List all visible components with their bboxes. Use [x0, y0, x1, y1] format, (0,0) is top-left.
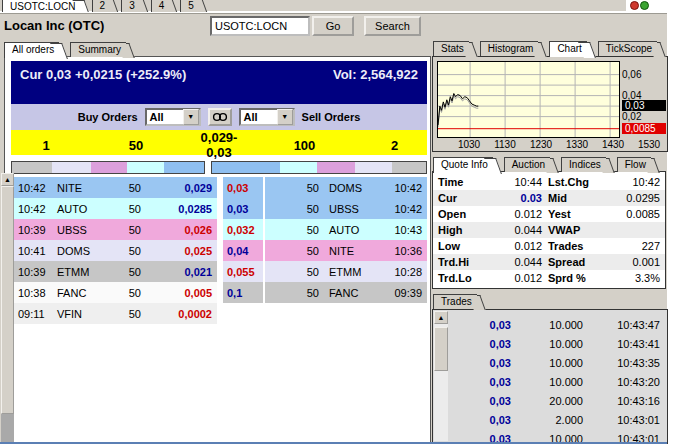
trades-panel: ▲ 0,03 10.000 10:43:47 0,03 10.000 10:43… [432, 309, 668, 444]
analysis-tab[interactable]: Stats [433, 41, 469, 56]
trade-row[interactable]: 0,03 10.000 10:43:47 [451, 315, 667, 334]
quote-label: Low [438, 240, 490, 252]
trade-row[interactable]: 0,03 10.000 10:43:20 [451, 372, 667, 391]
scroll-up-icon[interactable]: ▲ [1, 173, 14, 186]
ask-row-body: 50 FANC 09:39 [265, 282, 427, 303]
bid-row[interactable]: 10:38 FANC 50 0,005 [13, 282, 217, 303]
analysis-tab[interactable]: Histogram [480, 41, 539, 56]
prev-close-badge: 0,0085 [622, 123, 666, 134]
ask-row[interactable]: 0,04 50 NITE 10:36 [223, 240, 427, 261]
ask-row[interactable]: 0,055 50 ETMM 10:28 [223, 261, 427, 282]
scroll-up-icon[interactable]: ▲ [434, 311, 448, 324]
quote-row: Cur 0.03 Mid 0.0295 [433, 190, 665, 206]
quote-tab[interactable]: Indices [561, 157, 606, 172]
chevron-down-icon[interactable]: ▼ [277, 109, 293, 125]
bid-row[interactable]: 10:41 DOMS 50 0,025 [13, 240, 217, 261]
trade-row[interactable]: 0,03 10.000 10:43:35 [451, 353, 667, 372]
ask-size: 50 [265, 287, 329, 299]
chevron-down-icon[interactable]: ▼ [183, 109, 199, 125]
bid-size: 50 [119, 182, 155, 194]
trades-tab-bar: Trades [433, 293, 488, 309]
quote-row: Trd.Lo 0.012 Sprd % 3.3% [433, 270, 665, 286]
trades-scrollbar[interactable]: ▲ [434, 311, 448, 441]
depth-segment [212, 162, 280, 173]
scrollbar-thumb[interactable] [1, 186, 14, 414]
ask-market-maker: UBSS [329, 203, 381, 215]
ask-row[interactable]: 0,03 50 UBSS 10:42 [223, 198, 427, 219]
depth-segment [317, 162, 356, 173]
trade-row[interactable]: 0,03 2.000 10:43:01 [451, 410, 667, 429]
book-scrollbar[interactable]: ▲ [1, 173, 14, 442]
bid-row[interactable]: 10:39 UBSS 50 0,026 [13, 219, 217, 240]
x-axis-tick: 1130 [487, 139, 523, 150]
go-button[interactable]: Go [312, 16, 354, 36]
ask-row[interactable]: 0,1 50 FANC 09:39 [223, 282, 427, 303]
sell-filter-dropdown[interactable]: All ▼ [239, 108, 295, 126]
analysis-tab[interactable]: Chart [549, 41, 586, 57]
bid-size: 50 [81, 138, 191, 153]
ask-time: 10:42 [381, 203, 427, 215]
bid-size: 50 [119, 203, 155, 215]
x-axis-tick: 1430 [595, 139, 631, 150]
quote-row: Low 0.012 Trades 227 [433, 238, 665, 254]
quote-tab[interactable]: Quote Info [433, 157, 493, 173]
analysis-tab[interactable]: TickScope [598, 41, 657, 56]
bid-time: 09:11 [13, 308, 57, 320]
quote-label: Yest [548, 208, 608, 220]
orders-tab[interactable]: Summary [70, 42, 126, 57]
buy-filter-dropdown[interactable]: All ▼ [145, 108, 201, 126]
bid-market-maker: ETMM [57, 266, 119, 278]
symbol-tab[interactable]: 2 [92, 0, 111, 12]
link-buy-sell-button[interactable] [208, 108, 232, 126]
bid-market-maker: UBSS [57, 224, 119, 236]
bid-row[interactable]: 09:11 VFIN 50 0,0002 [13, 303, 217, 324]
scrollbar-thumb[interactable] [434, 327, 448, 371]
symbol-tab[interactable]: 5 [180, 0, 199, 12]
bid-row[interactable]: 10:42 NITE 50 0,029 [13, 177, 217, 198]
bid-row[interactable]: 10:42 AUTO 50 0,0285 [13, 198, 217, 219]
bid-time: 10:39 [13, 266, 57, 278]
symbol-tab[interactable]: USOTC:LOCN [2, 0, 81, 12]
buy-orders-label: Buy Orders [78, 111, 138, 123]
bid-market-maker: FANC [57, 287, 119, 299]
bid-price: 0,005 [155, 287, 217, 299]
order-book: 10:42 NITE 50 0,029 10:42 AUTO 50 0,0285… [13, 177, 427, 324]
quote-value: 10:44 [490, 176, 548, 188]
level2-panel: Cur 0,03 +0,0215 (+252.9%) Vol: 2,564,92… [4, 56, 431, 444]
ask-market-maker: ETMM [329, 266, 381, 278]
search-button[interactable]: Search [364, 16, 421, 36]
ask-market-maker: FANC [329, 287, 381, 299]
orders-tab[interactable]: All orders [4, 42, 59, 58]
connect-dot-icon[interactable] [640, 1, 649, 10]
quote-tab[interactable]: Auction [504, 157, 550, 172]
quote-tab[interactable]: Flow [617, 157, 651, 172]
quote-label: Time [438, 176, 490, 188]
symbol-input[interactable] [210, 16, 310, 36]
ask-row[interactable]: 0,03 50 DOMS 10:42 [223, 177, 427, 198]
symbol-tab[interactable]: 4 [151, 0, 170, 12]
ask-row[interactable]: 0,032 50 AUTO 10:43 [223, 219, 427, 240]
disconnect-dot-icon[interactable] [630, 1, 639, 10]
trade-price: 0,03 [451, 395, 511, 407]
symbol-tab[interactable]: 3 [121, 0, 140, 12]
trades-tab[interactable]: Trades [433, 294, 477, 309]
ask-size: 50 [265, 182, 329, 194]
trade-row[interactable]: 0,03 10.000 10:43:41 [451, 334, 667, 353]
quote-value: 0.0295 [608, 192, 660, 204]
trade-row[interactable]: 0,03 20.000 10:43:16 [451, 391, 667, 410]
bid-row[interactable]: 10:39 ETMM 50 0,021 [13, 261, 217, 282]
bid-market-maker: NITE [57, 182, 119, 194]
ask-row-body: 50 NITE 10:36 [265, 240, 427, 261]
price-chart-svg [438, 62, 619, 137]
bid-count: 1 [11, 138, 81, 153]
ask-time: 10:36 [381, 245, 427, 257]
quote-info-panel: Time 10:44 Lst.Chg 10:42 Cur 0.03 Mid 0.… [432, 171, 666, 289]
quote-label: Mid [548, 192, 608, 204]
quote-banner: Cur 0,03 +0,0215 (+252.9%) Vol: 2,564,92… [11, 61, 427, 104]
trade-time: 10:43:16 [583, 395, 667, 407]
trade-time: 10:43:47 [583, 319, 667, 331]
quote-row: High 0.044 VWAP [433, 222, 665, 238]
ask-price: 0,032 [223, 219, 263, 240]
inside-quote-bar: 1 50 0,029-0,03 100 2 [11, 130, 427, 155]
ask-column: 0,03 50 DOMS 10:42 0,03 50 UBSS [223, 177, 427, 324]
